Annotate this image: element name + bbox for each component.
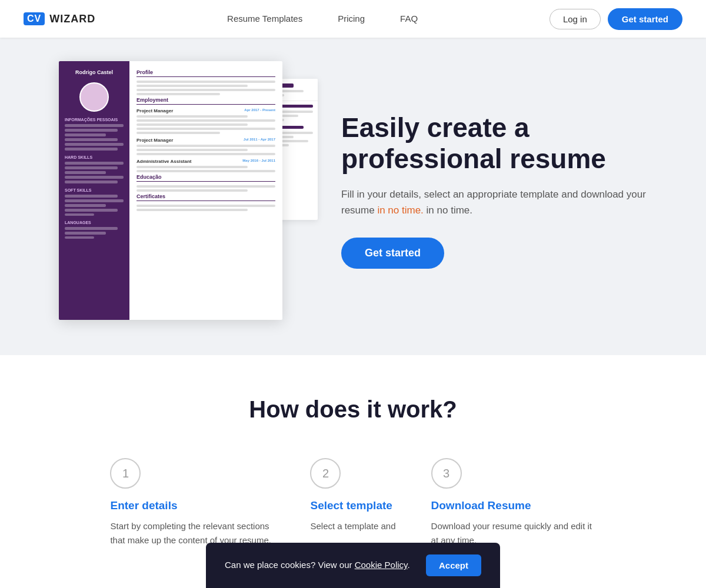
step-2-circle: 2 <box>310 458 341 489</box>
resume-line <box>65 171 106 174</box>
resume-text <box>136 119 275 122</box>
resume-text <box>136 85 248 87</box>
nav-actions: Log in Get started <box>550 8 682 30</box>
nav-link-pricing[interactable]: Pricing <box>338 14 365 24</box>
resume-text <box>136 123 248 126</box>
resume-text <box>136 81 275 83</box>
resume-line <box>65 138 118 141</box>
resume-line <box>65 209 118 212</box>
resume-line <box>65 124 124 127</box>
logo[interactable]: CV WIZARD <box>24 12 95 25</box>
step-2-desc-text: Select a template and <box>310 521 395 531</box>
nav-link-faq[interactable]: FAQ <box>400 14 418 24</box>
resume-sidebar-section4: Languages <box>65 220 124 225</box>
resume-section-certificates: Certificates <box>136 193 275 201</box>
resume-line <box>65 129 118 132</box>
resume-text <box>136 189 248 192</box>
step-1: 1 Enter details Start by completing the … <box>110 458 275 547</box>
resume-text <box>136 145 275 147</box>
resume-text <box>136 185 275 188</box>
resume-job3: Administrative Assistant May 2016 - Jul … <box>136 159 275 164</box>
resume-text <box>136 209 248 211</box>
resume-text <box>136 115 248 118</box>
resume-sidebar: Rodrigo Castel Informações pessoais Hard… <box>59 61 129 320</box>
how-title: How does it work? <box>35 396 671 423</box>
resume-line <box>65 199 124 202</box>
nav-link-resume-templates[interactable]: Resume Templates <box>227 14 302 24</box>
resume-line <box>65 232 106 235</box>
resume-section-education: Educação <box>136 174 275 182</box>
resume-card-main: Rodrigo Castel Informações pessoais Hard… <box>59 61 282 320</box>
login-button[interactable]: Log in <box>550 9 601 29</box>
resume-line <box>65 213 94 216</box>
resume-line <box>65 204 106 207</box>
accept-cookies-button[interactable]: Accept <box>426 554 481 576</box>
step-2-desc: Select a template and <box>310 519 395 533</box>
resume-line <box>65 176 124 179</box>
resume-job2: Project Manager Jul 2011 - Apr 2017 <box>136 138 275 143</box>
steps-row: 1 Enter details Start by completing the … <box>35 458 671 547</box>
step-3-title: Download Resume <box>431 499 596 512</box>
resume-line <box>65 236 94 239</box>
logo-wizard-text: WIZARD <box>49 13 95 25</box>
nav-item-faq[interactable]: FAQ <box>400 14 418 24</box>
nav-links: Resume Templates Pricing FAQ <box>227 14 418 24</box>
resume-line <box>65 143 124 146</box>
resume-line <box>65 166 118 169</box>
step-2: 2 Select template Select a template and <box>310 458 395 533</box>
cookie-text-before: Can we place cookies? View our <box>225 560 352 570</box>
resume-sidebar-section3: Soft skills <box>65 188 124 192</box>
resume-job1: Project Manager Apr 2017 - Present <box>136 108 275 113</box>
step-3-desc-text: Download your resume quickly and edit it… <box>431 521 592 545</box>
hero-subtitle: Fill in your details, select an appropri… <box>341 186 647 218</box>
resume-line <box>65 162 124 165</box>
hero-title: Easily create a professional resume <box>341 112 647 175</box>
resume-name: Rodrigo Castel <box>65 69 124 75</box>
hero-subtitle-highlight: in no time. <box>375 205 424 216</box>
nav-item-resume-templates[interactable]: Resume Templates <box>227 14 302 24</box>
resume-section-employment: Employment <box>136 97 275 105</box>
cookie-banner: Can we place cookies? View our Cookie Po… <box>206 543 500 588</box>
step-3-circle: 3 <box>431 458 462 489</box>
resume-text <box>136 89 275 91</box>
resume-section-profile: Profile <box>136 69 275 77</box>
resume-line <box>65 227 118 230</box>
navbar: CV WIZARD Resume Templates Pricing FAQ L… <box>0 0 706 38</box>
resume-text <box>136 149 248 151</box>
resume-photo <box>79 82 109 112</box>
cookie-text: Can we place cookies? View our Cookie Po… <box>225 559 412 572</box>
resume-text <box>136 128 275 130</box>
resume-text <box>136 170 275 172</box>
nav-item-pricing[interactable]: Pricing <box>338 14 365 24</box>
step-1-circle: 1 <box>110 458 141 489</box>
resume-line <box>65 195 118 198</box>
hero-text: Easily create a professional resume Fill… <box>341 112 647 268</box>
hero-subtitle-after: in no time. <box>424 205 472 216</box>
resume-main-content: Profile Employment Project Manager Apr 2… <box>129 61 282 320</box>
resume-text <box>136 205 275 207</box>
get-started-hero-button[interactable]: Get started <box>341 238 444 269</box>
resume-line <box>65 181 118 183</box>
resume-text <box>136 153 275 155</box>
resume-line <box>65 148 118 151</box>
step-3: 3 Download Resume Download your resume q… <box>431 458 596 547</box>
hero-section: Rodrigo Castel Informações pessoais Hard… <box>0 38 706 355</box>
resume-sidebar-section1: Informações pessoais <box>65 118 124 122</box>
resume-sidebar-section2: Hard skills <box>65 155 124 159</box>
resume-line <box>65 133 106 136</box>
resume-preview: Rodrigo Castel Informações pessoais Hard… <box>59 61 306 320</box>
resume-text <box>136 93 220 95</box>
resume-text <box>136 132 220 134</box>
cookie-text-after: . <box>407 560 409 570</box>
step-1-title: Enter details <box>110 499 275 512</box>
get-started-nav-button[interactable]: Get started <box>608 8 682 30</box>
resume-text <box>136 166 248 168</box>
cookie-policy-link[interactable]: Cookie Policy <box>355 560 408 570</box>
step-2-title: Select template <box>310 499 395 512</box>
logo-cv-text: CV <box>24 12 45 25</box>
